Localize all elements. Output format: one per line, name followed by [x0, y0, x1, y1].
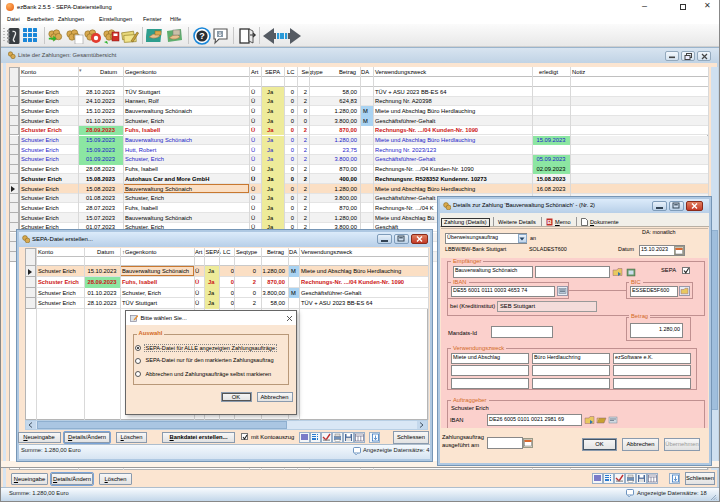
svg-text:B: B [547, 219, 552, 225]
svg-text:?: ? [199, 31, 205, 41]
